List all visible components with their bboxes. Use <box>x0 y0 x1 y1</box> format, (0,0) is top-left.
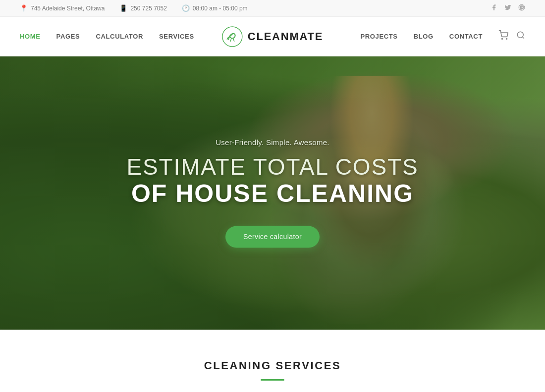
hero-section: User-Friendly. Simple. Awesome. ESTIMATE… <box>0 56 545 330</box>
address-item: 📍 745 Adelaide Street, Ottawa <box>20 4 105 12</box>
services-section: CLEANING SERVICES <box>0 330 545 392</box>
nav-pages[interactable]: PAGES <box>56 33 80 40</box>
hours-item: 🕐 08:00 am - 05:00 pm <box>182 4 248 12</box>
logo-icon <box>222 26 243 47</box>
services-title: CLEANING SERVICES <box>20 359 525 372</box>
logo[interactable]: CLEANMATE <box>222 26 323 47</box>
pinterest-link[interactable] <box>518 4 525 12</box>
top-bar: 📍 745 Adelaide Street, Ottawa 📱 250 725 … <box>0 0 545 17</box>
cart-icon[interactable] <box>498 30 508 43</box>
header: HOME PAGES CALCULATOR SERVICES CLEANMATE… <box>0 17 545 56</box>
nav-left: HOME PAGES CALCULATOR SERVICES <box>20 33 194 40</box>
hero-content: User-Friendly. Simple. Awesome. ESTIMATE… <box>99 138 446 247</box>
nav-services[interactable]: SERVICES <box>159 33 194 40</box>
clock-icon: 🕐 <box>182 4 190 12</box>
nav-right: PROJECTS BLOG CONTACT <box>360 30 525 43</box>
location-icon: 📍 <box>20 4 28 12</box>
service-calculator-button[interactable]: Service calculator <box>225 226 320 248</box>
svg-point-1 <box>502 39 503 40</box>
phone-icon: 📱 <box>119 4 127 12</box>
hero-title-line2: OF HOUSE CLEANING <box>99 180 446 208</box>
facebook-link[interactable] <box>490 4 497 12</box>
twitter-link[interactable] <box>504 4 511 12</box>
search-icon[interactable] <box>516 31 525 42</box>
svg-point-3 <box>517 32 523 38</box>
address-text: 745 Adelaide Street, Ottawa <box>31 5 105 12</box>
nav-blog[interactable]: BLOG <box>414 33 434 40</box>
hero-subtitle: User-Friendly. Simple. Awesome. <box>99 138 446 147</box>
nav-contact[interactable]: CONTACT <box>449 33 483 40</box>
logo-text: CLEANMATE <box>248 30 323 43</box>
nav-home[interactable]: HOME <box>20 33 41 40</box>
phone-item: 📱 250 725 7052 <box>119 4 166 12</box>
header-icons <box>498 30 525 43</box>
svg-point-0 <box>222 26 242 46</box>
svg-point-2 <box>506 39 507 40</box>
nav-projects[interactable]: PROJECTS <box>360 33 397 40</box>
nav-calculator[interactable]: CALCULATOR <box>96 33 143 40</box>
hours-text: 08:00 am - 05:00 pm <box>193 5 248 12</box>
svg-line-4 <box>522 37 524 38</box>
social-links <box>490 4 525 12</box>
phone-text: 250 725 7052 <box>130 5 166 12</box>
hero-title-line1: ESTIMATE TOTAL COSTS <box>99 154 446 180</box>
section-divider <box>261 379 284 381</box>
